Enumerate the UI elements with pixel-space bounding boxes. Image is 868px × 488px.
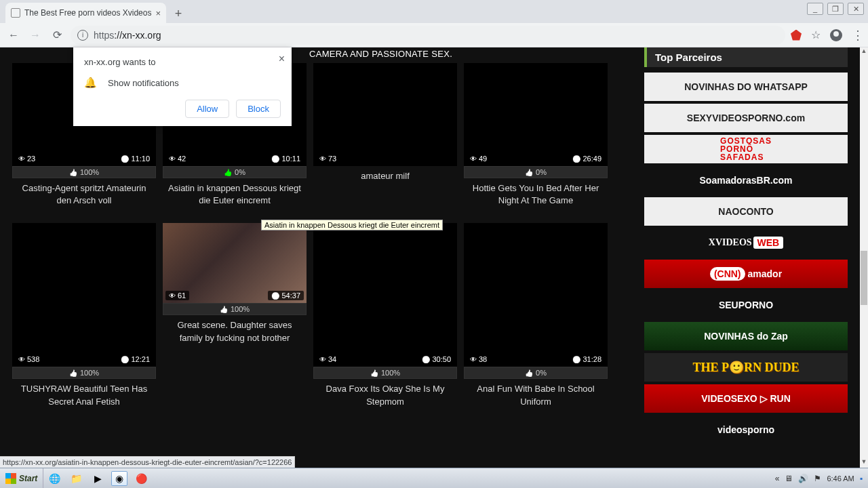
tray-volume-icon[interactable]: 🔊 [798, 474, 808, 483]
duration-badge: 30:50 [418, 354, 454, 364]
sidebar: Top Parceiros NOVINHAS DO WHATSAPPSEXYVI… [644, 47, 848, 447]
tab-favicon [11, 8, 20, 18]
notification-permission-popup: × xn-xx.org wants to 🔔 Show notification… [73, 47, 292, 126]
video-card[interactable]: 38 31:28 0%Anal Fun With Babe In School … [464, 223, 608, 411]
bell-icon: 🔔 [84, 77, 97, 89]
video-title: Hottie Gets You In Bed After Her Night A… [464, 178, 608, 211]
extension-icon[interactable] [791, 30, 802, 41]
video-thumbnail[interactable]: 49 26:49 [464, 63, 608, 166]
partner-banner[interactable]: SEXYVIDEOSPORNO.com [644, 104, 848, 132]
scroll-thumb[interactable] [861, 251, 867, 305]
window-controls: _ ❐ ✕ [807, 3, 864, 15]
partner-banner[interactable]: SEUPORNO [644, 291, 848, 319]
taskbar-app-icon[interactable]: 🔴 [133, 471, 149, 486]
popup-close-icon[interactable]: × [279, 53, 285, 65]
video-card[interactable]: 73amateur milf [313, 63, 457, 211]
thumb-up-icon [220, 305, 228, 313]
block-button[interactable]: Block [236, 100, 281, 118]
popup-origin-text: xn-xx.org wants to [84, 57, 281, 67]
video-thumbnail[interactable]: 34 30:50 [313, 223, 457, 367]
views-badge: 538 [15, 354, 43, 364]
duration-badge: 10:11 [268, 154, 304, 163]
back-button[interactable]: ← [5, 27, 22, 43]
views-badge: 61 [165, 291, 189, 300]
tray-flag-icon[interactable]: ⚑ [814, 474, 821, 483]
partner-banner[interactable]: NOVINHAS DO WHATSAPP [644, 73, 848, 101]
video-card[interactable]: 34 30:50 100%Dava Foxx Its Okay She Is M… [313, 223, 457, 411]
link-tooltip: Asiatin in knappen Dessous kriegt die Eu… [261, 220, 443, 230]
scroll-up-arrow[interactable]: ▲ [860, 47, 868, 57]
partner-banner[interactable]: (CNN)amador [644, 260, 848, 288]
popup-message: Show notifications [108, 78, 179, 88]
tray-desktop-icon[interactable]: ▪ [860, 474, 863, 483]
windows-logo-icon [5, 473, 16, 484]
video-title: Casting-Agent spritzt Amateurin den Arsc… [12, 178, 156, 211]
partner-banner[interactable]: NOVINHAS do Zap [644, 322, 848, 350]
browser-titlebar: The Best Free porn videos Xvideos × + _ … [0, 0, 868, 23]
tray-clock[interactable]: 6:46 AM [827, 474, 854, 483]
duration-badge: 26:49 [569, 154, 605, 163]
partner-banner[interactable]: NAOCONTO [644, 197, 848, 226]
thumb-up-icon [370, 369, 378, 377]
window-minimize-button[interactable]: _ [807, 3, 823, 15]
views-badge: 38 [467, 354, 490, 364]
window-close-button[interactable]: ✕ [848, 3, 864, 15]
url-scheme: https [94, 30, 114, 41]
rating-bar: 100% [313, 367, 457, 379]
video-thumbnail[interactable]: 61 54:37 [163, 223, 307, 303]
taskbar-media-icon[interactable]: ▶ [90, 471, 106, 486]
windows-taskbar: Start 🌐 📁 ▶ ◉ 🔴 « 🖥 🔊 ⚑ 6:46 AM ▪ [0, 468, 868, 488]
partner-banner[interactable]: VIDEOSEXO ▷ RUN [644, 384, 848, 413]
tray-network-icon[interactable]: 🖥 [785, 474, 793, 483]
partner-banner[interactable]: videosporno [644, 415, 848, 444]
status-bar-link: https://xn-xx.org/asiatin-in-knappen-des… [0, 456, 295, 468]
duration-badge: 54:37 [268, 291, 304, 300]
system-tray: « 🖥 🔊 ⚑ 6:46 AM ▪ [770, 474, 868, 483]
scroll-down-arrow[interactable]: ▼ [860, 458, 868, 468]
rating-bar: 0% [464, 166, 608, 178]
tray-expand-icon[interactable]: « [775, 474, 780, 483]
video-card[interactable]: 61 54:37 100%Great scene. Daughter saves… [163, 223, 307, 411]
views-badge: 73 [316, 154, 340, 163]
taskbar-ie-icon[interactable]: 🌐 [46, 471, 62, 486]
profile-avatar-icon[interactable] [830, 29, 842, 41]
allow-button[interactable]: Allow [185, 100, 229, 118]
browser-tab[interactable]: The Best Free porn videos Xvideos × [5, 3, 166, 23]
video-thumbnail[interactable]: 538 12:21 [12, 223, 156, 367]
partner-banner[interactable]: GOSTOSASPORNÔSAFADAS [644, 135, 848, 163]
partner-banner[interactable]: SoamadorasBR.com [644, 166, 848, 195]
video-title: Asiatin in knappen Dessous kriegt die Eu… [163, 178, 307, 211]
thumb-up-icon [224, 168, 232, 176]
window-maximize-button[interactable]: ❐ [827, 3, 844, 15]
vertical-scrollbar[interactable]: ▲ ▼ [860, 47, 868, 468]
thumb-up-icon [69, 168, 77, 176]
tab-close-icon[interactable]: × [155, 8, 161, 18]
thumb-up-icon [525, 369, 533, 377]
video-thumbnail[interactable]: 73 [313, 63, 457, 166]
duration-badge: 31:28 [569, 354, 605, 364]
video-thumbnail[interactable]: 38 31:28 [464, 223, 608, 367]
forward-button[interactable]: → [27, 27, 43, 43]
partner-banner[interactable]: XVIDEOSWEB [644, 228, 848, 257]
video-card[interactable]: 49 26:49 0%Hottie Gets You In Bed After … [464, 63, 608, 211]
taskbar-chrome-icon[interactable]: ◉ [111, 471, 127, 486]
duration-badge: 12:21 [117, 354, 153, 364]
new-tab-button[interactable]: + [169, 4, 188, 23]
bookmark-star-icon[interactable]: ☆ [811, 28, 821, 41]
browser-menu-icon[interactable]: ⋮ [852, 28, 863, 43]
start-button[interactable]: Start [0, 468, 43, 488]
rating-bar: 100% [163, 303, 307, 315]
reload-button[interactable]: ⟳ [49, 27, 65, 43]
thumb-up-icon [525, 168, 533, 176]
rating-bar: 100% [12, 367, 156, 379]
video-grid-row-2: 538 12:21 100%TUSHYRAW Beautiful Teen Ha… [12, 223, 628, 411]
video-title: Dava Foxx Its Okay She Is My Stepmom [313, 379, 457, 411]
video-card[interactable]: 538 12:21 100%TUSHYRAW Beautiful Teen Ha… [12, 223, 156, 411]
site-info-icon[interactable]: i [77, 30, 88, 41]
address-bar[interactable]: i https://xn-xx.org [71, 26, 785, 45]
thumb-up-icon [69, 369, 77, 377]
partner-banner[interactable]: THE P🙂RN DUDE [644, 353, 848, 382]
taskbar-explorer-icon[interactable]: 📁 [68, 471, 84, 486]
url-host: ://xn-xx.org [114, 30, 161, 41]
video-title: amateur milf [313, 166, 457, 186]
